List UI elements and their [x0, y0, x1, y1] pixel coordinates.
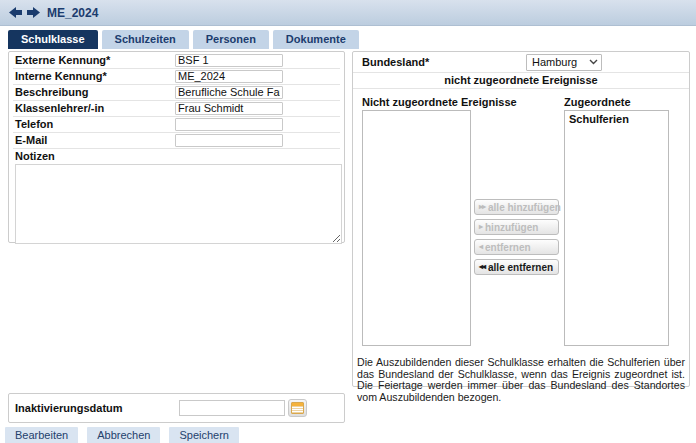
field-label: Externe Kennung*	[15, 54, 175, 66]
field-label: Interne Kennung*	[15, 70, 175, 82]
tab-bar: SchulklasseSchulzeitenPersonenDokumente	[8, 30, 359, 49]
assigned-events-listbox[interactable]: Schulferien	[564, 110, 669, 346]
events-info-text: Die Auszubildenden dieser Schulklasse er…	[353, 351, 689, 403]
bundesland-selected-value: Hamburg	[532, 56, 577, 68]
form-row: Beschreibung	[13, 85, 340, 101]
event-lists-area: Nicht zugeordnete Ereignisse Zugeordnete…	[353, 89, 689, 351]
footer-button-bar: BearbeitenAbbrechenSpeichern	[5, 427, 239, 443]
field-label: Klassenlehrer/-in	[15, 102, 175, 114]
bundesland-select[interactable]: Hamburg	[526, 54, 602, 71]
externe-kennung-input[interactable]	[175, 54, 283, 67]
tab-schulklasse[interactable]: Schulklasse	[8, 30, 98, 49]
back-arrow-icon[interactable]	[9, 7, 23, 18]
transfer-button-group: ▸▸ alle hinzufügen ▸ hinzufügen ◂ entfer…	[474, 199, 559, 275]
page-title: ME_2024	[47, 6, 98, 20]
unassigned-events-listbox[interactable]	[362, 110, 471, 346]
telefon-input[interactable]	[175, 118, 283, 131]
tab-dokumente[interactable]: Dokumente	[273, 30, 359, 49]
add-all-button: ▸▸ alle hinzufügen	[474, 199, 559, 215]
field-label: Beschreibung	[15, 86, 175, 98]
inactivation-date-label: Inaktivierungsdatum	[15, 402, 179, 414]
bearbeiten-button[interactable]: Bearbeiten	[5, 427, 78, 443]
forward-arrow-icon[interactable]	[26, 7, 40, 18]
inactivation-date-input[interactable]	[179, 400, 285, 416]
abbrechen-button[interactable]: Abbrechen	[87, 427, 160, 443]
tab-schulzeiten[interactable]: Schulzeiten	[102, 30, 189, 49]
beschreibung-input[interactable]	[175, 86, 283, 99]
form-row: Telefon	[13, 117, 340, 133]
form-row: Klassenlehrer/-in	[13, 101, 340, 117]
calendar-button[interactable]	[288, 399, 307, 417]
klassenlehrer-input[interactable]	[175, 102, 283, 115]
bundesland-label: Bundesland*	[362, 56, 526, 68]
remove-button: ◂ entfernen	[474, 239, 559, 255]
remove-all-button[interactable]: ◂◂ alle entfernen	[474, 259, 559, 275]
field-label: Telefon	[15, 118, 175, 130]
unassigned-list-label: Nicht zugeordnete Ereignisse	[362, 96, 517, 108]
form-row: E-Mail	[13, 133, 340, 149]
events-section-title: nicht zugeordnete Ereignisse	[353, 73, 689, 89]
schulklasse-form-panel: Externe Kennung* Interne Kennung* Beschr…	[8, 51, 345, 243]
email-input[interactable]	[175, 134, 283, 147]
bundesland-row: Bundesland* Hamburg	[353, 52, 689, 73]
events-panel: Bundesland* Hamburg nicht zugeordnete Er…	[352, 51, 690, 387]
notes-textarea[interactable]	[15, 164, 342, 244]
inactivation-date-row: Inaktivierungsdatum	[8, 393, 345, 423]
form-row: Externe Kennung*	[13, 53, 340, 69]
list-item[interactable]: Schulferien	[565, 111, 668, 127]
window-titlebar: ME_2024	[0, 0, 696, 26]
field-label: E-Mail	[15, 134, 175, 146]
form-row: Interne Kennung*	[13, 69, 340, 85]
speichern-button[interactable]: Speichern	[169, 427, 239, 443]
add-button: ▸ hinzufügen	[474, 219, 559, 235]
calendar-icon	[291, 402, 304, 414]
chevron-down-icon	[589, 59, 598, 65]
tab-personen[interactable]: Personen	[193, 30, 269, 49]
notes-label: Notizen	[13, 149, 340, 163]
interne-kennung-input[interactable]	[175, 70, 283, 83]
